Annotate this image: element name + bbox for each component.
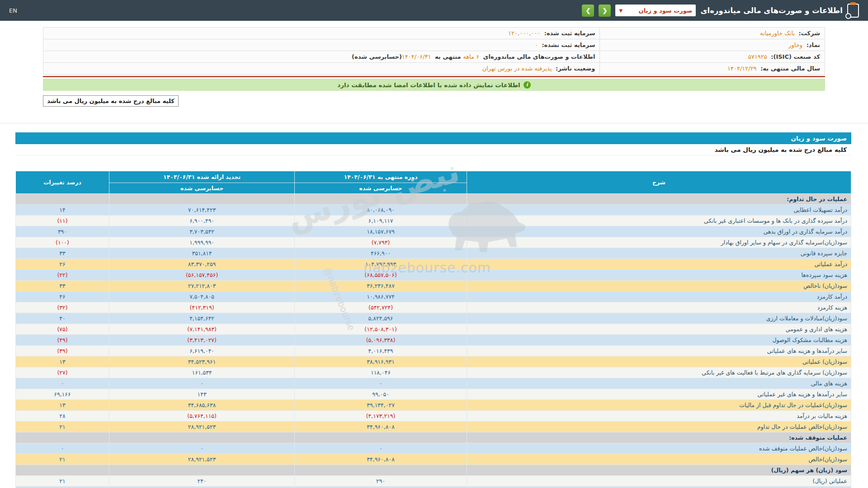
row-value-prior: ۲۴۰ bbox=[109, 476, 294, 487]
table-row: سود(زیان)خالص عملیات در حال تداوم۳۴,۹۶۰,… bbox=[16, 422, 851, 432]
table-header: شرح دوره منتهی به ۱۴۰۴/۰۶/۳۱ تجدید ارائه… bbox=[16, 171, 851, 194]
row-value-prior: ۱۶۱,۵۳۴ bbox=[109, 367, 294, 378]
company-cell: شرکت: بانک خاورمیانه bbox=[600, 28, 825, 39]
row-label: سود(زیان)مبادلات و معاملات ارزی bbox=[467, 313, 851, 324]
statement-type-value: صورت سود و زیان bbox=[639, 7, 693, 14]
signature-match-notice: i اطلاعات نمایش داده شده با اطلاعات امضا… bbox=[43, 79, 825, 91]
statement-unit-note: کلیه مبالغ درج شده به میلیون ریال می باش… bbox=[15, 144, 851, 155]
nav-next-button[interactable]: ❯ bbox=[599, 5, 611, 17]
row-value-current: ۱۸,۱۵۷,۶۷۹ bbox=[295, 226, 467, 237]
row-label: جایزه سپرده قانونی bbox=[467, 248, 851, 259]
row-value-change: (۱۰۰) bbox=[16, 237, 109, 248]
statement-rows: عملیات در حال تداوم:درآمد تسهیلات اعطایی… bbox=[16, 194, 851, 488]
section-row: عملیات در حال تداوم: bbox=[16, 194, 851, 205]
company-info-table: شرکت: بانک خاورمیانه سرمایه ثبت شده: ۱۲۰… bbox=[43, 27, 825, 75]
table-row: درآمد عملیاتی۱۰۴,۷۹۳,۹۹۳۸۳,۳۷۰,۲۵۹۲۶ bbox=[16, 259, 851, 270]
row-value-prior: ۰ bbox=[109, 443, 294, 454]
period-text: منتهی به bbox=[433, 53, 461, 60]
row-label: سود(زیان)خالص عملیات در حال تداوم bbox=[467, 422, 851, 432]
notice-text: اطلاعات نمایش داده شده با اطلاعات امضا ش… bbox=[337, 81, 520, 89]
table-row: درآمد کارمزد۱۰,۹۸۶,۷۷۴۷,۵۰۴,۸۰۵۴۶ bbox=[16, 291, 851, 302]
top-navigation-bar: EN ❮ ❯ ▼ صورت سود و زیان اطلاعات و صورت‌… bbox=[0, 0, 868, 21]
row-value-current: ۳۸,۹۱۶,۹۳۱ bbox=[295, 357, 467, 367]
row-value-change: (۲۷) bbox=[16, 367, 109, 378]
table-row: سود(زیان)عملیات در حال تداوم قبل از مالی… bbox=[16, 400, 851, 411]
row-value-prior bbox=[109, 194, 294, 205]
row-value-prior: ۳۴,۶۸۵,۶۳۸ bbox=[109, 400, 294, 411]
table-row: سود(زیان)خالص عملیات متوقف شده۰۰۰ bbox=[16, 443, 851, 454]
row-label: درآمد تسهیلات اعطایی bbox=[467, 205, 851, 216]
clipboard-icon bbox=[847, 4, 859, 18]
row-value-change: ۱۳ bbox=[16, 400, 109, 411]
row-value-current bbox=[295, 432, 467, 443]
fiscal-year-label: سال مالی منتهی به: bbox=[760, 65, 820, 72]
row-value-change: (۳۲) bbox=[16, 302, 109, 313]
chevron-left-icon: ❮ bbox=[585, 7, 590, 14]
info-icon: i bbox=[524, 81, 531, 89]
row-label: عملیات در حال تداوم: bbox=[467, 194, 851, 205]
info-row: سال مالی منتهی به: ۱۴۰۴/۱۲/۲۹ وضعیت ناشر… bbox=[43, 63, 825, 75]
isic-cell: کد صنعت (ISIC): ۵۷۱۹۲۵ bbox=[600, 51, 825, 63]
period-text: اطلاعات و صورت‌های مالی میاندوره‌ای bbox=[481, 53, 595, 60]
row-value-change: ۲۸ bbox=[16, 411, 109, 422]
table-row: هزینه سود سپرده‌ها(۶۸,۵۵۷,۵۰۶)(۵۶,۱۵۷,۴۵… bbox=[16, 270, 851, 281]
row-value-change bbox=[16, 432, 109, 443]
row-value-prior: ۸۳,۳۷۰,۲۵۹ bbox=[109, 259, 294, 270]
nav-previous-button[interactable]: ❮ bbox=[582, 5, 594, 17]
row-label: هزینه مطالبات مشکوک الوصول bbox=[467, 335, 851, 346]
company-info-section: شرکت: بانک خاورمیانه سرمایه ثبت شده: ۱۲۰… bbox=[43, 27, 825, 107]
table-row: عملیاتی (ریال)۲۹۰۲۴۰۲۱ bbox=[16, 476, 851, 487]
row-value-current: ۱۰,۹۸۶,۷۷۴ bbox=[295, 291, 467, 302]
issuer-status-cell: وضعیت ناشر: پذیرفته شده در بورس تهران bbox=[43, 63, 600, 75]
row-label: سود(زیان)عملیات در حال تداوم قبل از مالی… bbox=[467, 400, 851, 411]
table-row: سود(زیان) عملیاتی۳۸,۹۱۶,۹۳۱۳۴,۵۲۳,۹۶۱۱۳ bbox=[16, 357, 851, 367]
row-value-change: ۲۱ bbox=[16, 476, 109, 487]
info-row: نماد: وخاور سرمایه ثبت نشده: ۰ bbox=[43, 39, 825, 51]
row-value-change: ۳۳ bbox=[16, 248, 109, 259]
period-audited: (حسابرسی شده) bbox=[352, 53, 402, 60]
statement-type-dropdown[interactable]: ▼ صورت سود و زیان bbox=[615, 5, 696, 16]
row-label: درآمد سپرده گذاری در بانک ها و موسسات اع… bbox=[467, 216, 851, 226]
row-label: سود(زیان) ناخالص bbox=[467, 281, 851, 291]
table-row: سود(زیان)سرمایه گذاری در سهام و سایر اور… bbox=[16, 237, 851, 248]
symbol-cell: نماد: وخاور bbox=[600, 39, 825, 51]
topbar-controls: ❮ ❯ ▼ صورت سود و زیان اطلاعات و صورت‌های… bbox=[582, 4, 859, 18]
row-value-change: (۲۲) bbox=[16, 270, 109, 281]
table-row: هزینه مالیات بر درآمد(۴,۱۷۳,۲۱۹)(۵,۷۶۴,۱… bbox=[16, 411, 851, 422]
row-label: سود(زیان)سرمایه گذاری در سهام و سایر اور… bbox=[467, 237, 851, 248]
row-value-current bbox=[295, 465, 467, 476]
table-row: سایر درآمدها و هزینه های عملیاتی۴,۰۱۶,۴۳… bbox=[16, 346, 851, 357]
row-value-current: ۱۰۴,۷۹۳,۹۹۳ bbox=[295, 259, 467, 270]
row-value-current: ۵,۸۲۴,۵۹۶ bbox=[295, 313, 467, 324]
section-divider bbox=[0, 123, 868, 123]
row-value-prior: ۳۵۱,۸۱۴ bbox=[109, 248, 294, 259]
row-label: سود(زیان) سرمایه گذاری های مرتبط با فعال… bbox=[467, 367, 851, 378]
row-value-prior: ۳,۷۰۳,۵۴۲ bbox=[109, 226, 294, 237]
language-switch-en[interactable]: EN bbox=[9, 7, 17, 14]
row-label: سود(زیان) عملیاتی bbox=[467, 357, 851, 367]
row-label: عملیات متوقف شده: bbox=[467, 432, 851, 443]
table-row: درآمد سرمایه گذاری در اوراق بدهی۱۸,۱۵۷,۶… bbox=[16, 226, 851, 237]
row-value-prior: ۳۴,۵۲۳,۹۶۱ bbox=[109, 357, 294, 367]
table-row: هزینه های مالی۰۰۰ bbox=[16, 378, 851, 389]
unregistered-capital-label: سرمایه ثبت نشده: bbox=[542, 42, 595, 48]
row-value-prior: ۶,۹۰۰,۴۹۰ bbox=[109, 216, 294, 226]
row-value-current: ۰ bbox=[295, 378, 467, 389]
row-value-change: ۳۹۰ bbox=[16, 226, 109, 237]
table-row: هزینه مطالبات مشکوک الوصول(۵,۰۹۶,۳۳۸)(۳,… bbox=[16, 335, 851, 346]
section-row: سود (زیان) هر سهم (ریال) bbox=[16, 465, 851, 476]
row-label: درآمد سرمایه گذاری در اوراق بدهی bbox=[467, 226, 851, 237]
row-value-change: ۶۹,۱۶۶ bbox=[16, 389, 109, 400]
row-label: عملیاتی (ریال) bbox=[467, 476, 851, 487]
row-value-current bbox=[295, 194, 467, 205]
company-label: شرکت: bbox=[799, 30, 820, 37]
row-value-current: ۳۶,۲۳۶,۴۸۷ bbox=[295, 281, 467, 291]
table-row: سود(زیان)مبادلات و معاملات ارزی۵,۸۲۴,۵۹۶… bbox=[16, 313, 851, 324]
row-value-change: (۷۵) bbox=[16, 324, 109, 335]
row-value-current: (۴,۱۷۳,۲۱۹) bbox=[295, 411, 467, 422]
row-value-prior: (۵,۷۶۴,۱۱۵) bbox=[109, 411, 294, 422]
row-value-prior: ۲۸,۹۲۱,۵۲۳ bbox=[109, 422, 294, 432]
table-row: غیرعملیاتی (ریال)۰۰۰ bbox=[16, 487, 851, 488]
row-label: درآمد عملیاتی bbox=[467, 259, 851, 270]
period-months: ۶ ماهه bbox=[463, 53, 481, 60]
